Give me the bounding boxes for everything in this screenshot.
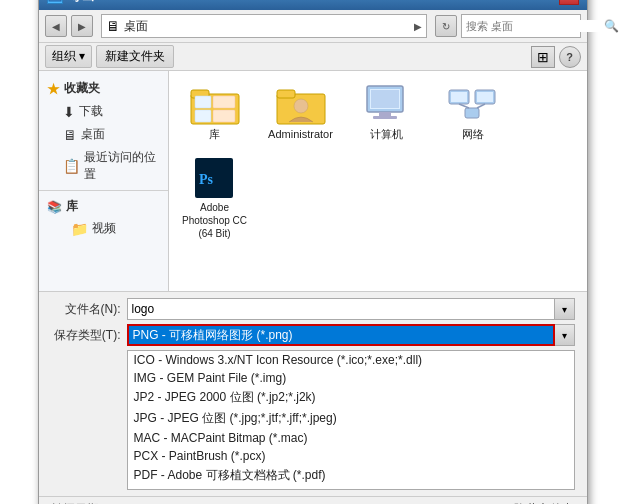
close-button[interactable]: ✕ <box>559 0 579 5</box>
file-item-network-label: 网络 <box>462 127 484 141</box>
dropdown-item[interactable]: PCT - Macintosh PICT (*.pct;*.pict) <box>128 486 574 490</box>
file-item-network[interactable]: 网络 <box>437 81 509 141</box>
organize-toolbar: 组织 ▾ 新建文件夹 ⊞ ? <box>39 43 587 71</box>
sidebar-item-video[interactable]: 📁 视频 <box>47 217 160 240</box>
svg-point-11 <box>294 99 308 113</box>
library-folder-icon <box>189 81 241 127</box>
file-item-computer[interactable]: 计算机 <box>351 81 423 141</box>
svg-rect-16 <box>371 90 399 108</box>
back-button[interactable]: ◀ <box>45 15 67 37</box>
file-item-library[interactable]: 库 <box>179 81 251 141</box>
bottom-actions: 拍摄日期: ▲ ▲ 隐藏文件夹 <box>39 496 587 504</box>
sidebar-item-recent-label: 最近访问的位置 <box>84 149 160 183</box>
file-item-photoshop[interactable]: Ps Adobe Photoshop CC (64 Bit) <box>179 155 251 240</box>
filename-row: 文件名(N): ▾ <box>51 298 575 320</box>
svg-rect-10 <box>277 90 295 98</box>
bottom-form: 文件名(N): ▾ 保存类型(T): PNG - 可移植网络图形 (*.png)… <box>39 291 587 496</box>
refresh-button[interactable]: ↻ <box>435 15 457 37</box>
filetype-selected[interactable]: PNG - 可移植网络图形 (*.png) <box>127 324 555 346</box>
file-item-photoshop-label: Adobe Photoshop CC (64 Bit) <box>179 201 251 240</box>
title-bar: 导出 ✕ <box>39 0 587 10</box>
view-mode-button[interactable]: ⊞ <box>531 46 555 68</box>
favorites-section: ★ 收藏夹 ⬇ 下载 🖥 桌面 📋 最近访问的位置 <box>39 77 168 186</box>
main-area: ★ 收藏夹 ⬇ 下载 🖥 桌面 📋 最近访问的位置 <box>39 71 587 291</box>
library-header[interactable]: 📚 库 <box>47 198 160 215</box>
desktop-icon: 🖥 <box>106 18 120 34</box>
dialog-window: 导出 ✕ ◀ ▶ 🖥 桌面 ▶ ↻ 🔍 组织 ▾ 新建文件夹 ⊞ ? <box>38 0 588 504</box>
svg-line-23 <box>477 104 485 108</box>
filetype-label: 保存类型(T): <box>51 327 121 344</box>
filename-input[interactable] <box>127 298 555 320</box>
dropdown-item[interactable]: JP2 - JPEG 2000 位图 (*.jp2;*.j2k) <box>128 387 574 408</box>
file-item-computer-label: 计算机 <box>370 127 403 141</box>
filename-label: 文件名(N): <box>51 301 121 318</box>
dialog-title: 导出 <box>69 0 559 5</box>
sidebar-item-download[interactable]: ⬇ 下载 <box>39 100 168 123</box>
dropdown-item[interactable]: MAC - MACPaint Bitmap (*.mac) <box>128 429 574 447</box>
computer-icon <box>361 81 413 127</box>
svg-rect-15 <box>373 116 397 119</box>
network-icon <box>447 81 499 127</box>
address-text: 桌面 <box>124 18 414 35</box>
dropdown-item[interactable]: PDF - Adobe 可移植文档格式 (*.pdf) <box>128 465 574 486</box>
library-section: 📚 库 📁 视频 <box>39 195 168 243</box>
desktop-sidebar-icon: 🖥 <box>63 127 77 143</box>
svg-rect-18 <box>451 92 467 102</box>
new-folder-button[interactable]: 新建文件夹 <box>96 45 174 68</box>
address-bar[interactable]: 🖥 桌面 ▶ <box>101 14 427 38</box>
video-icon: 📁 <box>71 221 88 237</box>
sidebar-item-video-label: 视频 <box>92 220 116 237</box>
svg-text:Ps: Ps <box>199 172 214 187</box>
sidebar-item-recent[interactable]: 📋 最近访问的位置 <box>39 146 168 186</box>
svg-rect-20 <box>477 92 493 102</box>
sidebar-item-desktop[interactable]: 🖥 桌面 <box>39 123 168 146</box>
filetype-dropdown-btn[interactable]: ▾ <box>555 324 575 346</box>
file-item-administrator[interactable]: Administrator <box>265 81 337 141</box>
dropdown-item[interactable]: PCX - PaintBrush (*.pcx) <box>128 447 574 465</box>
search-input[interactable] <box>466 20 604 32</box>
svg-rect-5 <box>195 96 211 108</box>
svg-rect-14 <box>379 112 391 116</box>
star-icon: ★ <box>47 81 60 97</box>
svg-line-22 <box>459 104 469 108</box>
filename-dropdown-btn[interactable]: ▾ <box>555 298 575 320</box>
sidebar-item-download-label: 下载 <box>79 103 103 120</box>
file-area: 库 Administrator <box>169 71 587 291</box>
library-icon: 📚 <box>47 200 62 214</box>
file-item-library-label: 库 <box>209 127 220 141</box>
favorites-label: 收藏夹 <box>64 80 100 97</box>
sidebar-item-desktop-label: 桌面 <box>81 126 105 143</box>
dropdown-item[interactable]: ICO - Windows 3.x/NT Icon Resource (*.ic… <box>128 351 574 369</box>
title-bar-controls: ✕ <box>559 0 579 5</box>
svg-rect-6 <box>195 110 211 122</box>
address-dropdown-icon[interactable]: ▶ <box>414 21 422 32</box>
svg-rect-21 <box>465 108 479 118</box>
sidebar-divider <box>39 190 168 191</box>
filetype-dropdown-list: ICO - Windows 3.x/NT Icon Resource (*.ic… <box>127 350 575 490</box>
search-box[interactable]: 🔍 <box>461 14 581 38</box>
recent-icon: 📋 <box>63 158 80 174</box>
library-label: 库 <box>66 198 78 215</box>
title-bar-icon <box>47 0 63 4</box>
svg-rect-0 <box>49 0 61 1</box>
svg-rect-7 <box>213 96 235 108</box>
help-button[interactable]: ? <box>559 46 581 68</box>
sidebar: ★ 收藏夹 ⬇ 下载 🖥 桌面 📋 最近访问的位置 <box>39 71 169 291</box>
favorites-header[interactable]: ★ 收藏夹 <box>39 77 168 100</box>
download-icon: ⬇ <box>63 104 75 120</box>
filetype-row: 保存类型(T): PNG - 可移植网络图形 (*.png) ▾ <box>51 324 575 346</box>
address-toolbar: ◀ ▶ 🖥 桌面 ▶ ↻ 🔍 <box>39 10 587 43</box>
search-icon[interactable]: 🔍 <box>604 19 619 33</box>
organize-button[interactable]: 组织 ▾ <box>45 45 92 68</box>
dropdown-item[interactable]: IMG - GEM Paint File (*.img) <box>128 369 574 387</box>
forward-button[interactable]: ▶ <box>71 15 93 37</box>
administrator-folder-icon <box>275 81 327 127</box>
file-item-administrator-label: Administrator <box>268 127 333 141</box>
photoshop-icon: Ps <box>189 155 241 201</box>
svg-rect-8 <box>213 110 235 122</box>
dropdown-item[interactable]: JPG - JPEG 位图 (*.jpg;*.jtf;*.jff;*.jpeg) <box>128 408 574 429</box>
